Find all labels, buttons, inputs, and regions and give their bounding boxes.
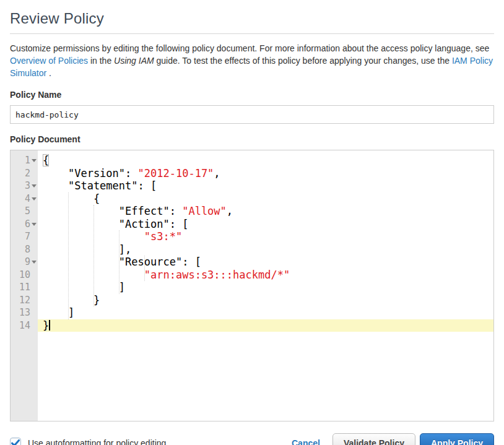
gutter-line-8: 8 xyxy=(11,243,38,256)
code-line-11[interactable]: ] xyxy=(38,281,493,294)
autoformat-label: Use autoformatting for policy editing xyxy=(28,438,166,445)
code-line-5[interactable]: "Effect": "Allow", xyxy=(38,205,493,218)
json-plain-token: { xyxy=(43,154,49,166)
code-line-3[interactable]: "Statement": [ xyxy=(38,179,493,192)
fold-chevron-down-icon[interactable] xyxy=(32,159,37,162)
json-plain-token: "Action": [ xyxy=(43,218,188,230)
policy-name-input[interactable] xyxy=(10,105,494,124)
editor-gutter: 1234567891011121314 xyxy=(11,150,38,421)
footer-bar: Use autoformatting for policy editing Ca… xyxy=(10,433,494,445)
json-string-token: "s3:*" xyxy=(144,230,182,243)
action-buttons: Cancel Validate Policy Apply Policy xyxy=(292,433,494,445)
gutter-line-2: 2 xyxy=(11,167,38,180)
intro-text-1: Customize permissions by editing the fol… xyxy=(10,43,489,53)
line-number: 8 xyxy=(25,244,30,255)
gutter-line-3[interactable]: 3 xyxy=(11,179,38,192)
json-plain-token: "Statement": [ xyxy=(43,179,157,192)
autoformat-option[interactable]: Use autoformatting for policy editing xyxy=(10,438,166,445)
apply-policy-button[interactable]: Apply Policy xyxy=(420,433,494,445)
code-line-6[interactable]: "Action": [ xyxy=(38,218,493,231)
code-line-4[interactable]: { xyxy=(38,192,493,205)
json-plain-token: , xyxy=(214,167,220,179)
gutter-line-13: 13 xyxy=(11,306,38,319)
json-plain-token xyxy=(43,230,144,243)
fold-chevron-down-icon[interactable] xyxy=(32,197,37,201)
code-line-14[interactable]: } xyxy=(38,319,493,332)
line-number: 1 xyxy=(25,155,30,166)
policy-document-editor[interactable]: 1234567891011121314 { "Version": "2012-1… xyxy=(10,150,494,421)
json-plain-token: ] xyxy=(43,281,125,293)
autoformat-checkbox[interactable] xyxy=(10,438,21,445)
fold-chevron-down-icon[interactable] xyxy=(32,223,37,226)
gutter-line-14: 14 xyxy=(11,319,38,332)
json-plain-token: { xyxy=(43,192,100,205)
line-number: 7 xyxy=(25,231,30,242)
json-string-token: "arn:aws:s3:::hackmd/*" xyxy=(144,269,290,281)
editor-code-area[interactable]: { "Version": "2012-10-17", "Statement": … xyxy=(38,150,493,421)
json-string-token: "Allow" xyxy=(182,205,227,217)
code-line-12[interactable]: } xyxy=(38,294,493,307)
policy-document-label: Policy Document xyxy=(10,134,494,144)
cancel-link[interactable]: Cancel xyxy=(292,438,320,445)
line-number: 10 xyxy=(19,269,30,280)
line-number: 12 xyxy=(19,295,30,306)
code-line-7[interactable]: "s3:*" xyxy=(38,230,493,243)
gutter-line-5: 5 xyxy=(11,205,38,218)
code-line-13[interactable]: ] xyxy=(38,306,493,319)
code-line-1[interactable]: { xyxy=(38,154,493,167)
gutter-line-11: 11 xyxy=(11,281,38,294)
line-number: 9 xyxy=(25,256,30,267)
gutter-line-10: 10 xyxy=(11,269,38,282)
code-line-8[interactable]: ], xyxy=(38,243,493,256)
line-number: 14 xyxy=(19,320,30,331)
line-number: 5 xyxy=(25,205,30,217)
intro-text-4: . xyxy=(46,68,51,78)
policy-name-label: Policy Name xyxy=(10,90,494,100)
code-line-2[interactable]: "Version": "2012-10-17", xyxy=(38,167,493,180)
json-plain-token: , xyxy=(227,205,233,217)
validate-policy-button[interactable]: Validate Policy xyxy=(332,433,415,445)
json-plain-token: "Resource": [ xyxy=(43,256,201,268)
code-line-9[interactable]: "Resource": [ xyxy=(38,256,493,269)
gutter-line-12: 12 xyxy=(11,294,38,307)
line-number: 6 xyxy=(25,218,30,230)
intro-paragraph: Customize permissions by editing the fol… xyxy=(10,42,494,79)
code-line-10[interactable]: "arn:aws:s3:::hackmd/*" xyxy=(38,269,493,282)
line-number: 3 xyxy=(25,180,30,191)
intro-text-2: in the xyxy=(88,56,114,66)
gutter-line-9[interactable]: 9 xyxy=(11,256,38,269)
json-plain-token xyxy=(43,269,144,281)
checkmark-icon xyxy=(11,439,20,445)
json-plain-token: "Version": xyxy=(43,167,138,179)
page-title: Review Policy xyxy=(10,10,494,27)
json-plain-token: ], xyxy=(43,243,131,256)
json-plain-token: "Effect": xyxy=(43,205,182,217)
line-number: 13 xyxy=(19,307,30,318)
fold-chevron-down-icon[interactable] xyxy=(32,261,37,264)
fold-chevron-down-icon[interactable] xyxy=(32,184,37,188)
text-cursor xyxy=(49,320,50,331)
gutter-line-7: 7 xyxy=(11,230,38,243)
line-number: 11 xyxy=(19,282,30,293)
gutter-line-4[interactable]: 4 xyxy=(11,192,38,205)
line-number: 2 xyxy=(25,168,30,179)
json-plain-token: ] xyxy=(43,306,74,319)
line-number: 4 xyxy=(25,193,30,204)
json-plain-token: } xyxy=(43,294,100,306)
json-plain-token: } xyxy=(43,319,49,332)
using-iam-guide-name: Using IAM xyxy=(114,56,154,66)
gutter-line-1[interactable]: 1 xyxy=(11,154,38,167)
title-divider xyxy=(10,33,494,34)
json-string-token: "2012-10-17" xyxy=(138,167,214,179)
gutter-line-6[interactable]: 6 xyxy=(11,218,38,231)
intro-text-3: guide. To test the effects of this polic… xyxy=(154,56,452,66)
overview-of-policies-link[interactable]: Overview of Policies xyxy=(10,56,88,66)
review-policy-page: Review Policy Customize permissions by e… xyxy=(0,0,504,445)
